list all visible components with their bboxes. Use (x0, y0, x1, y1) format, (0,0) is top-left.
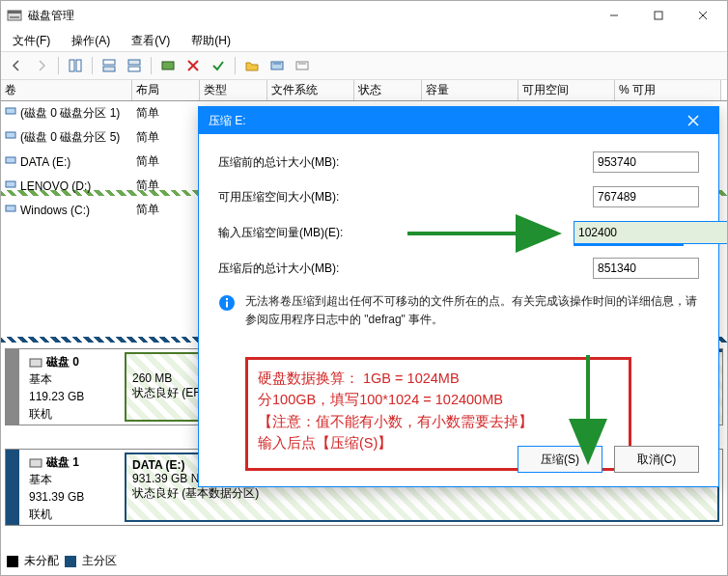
info-line1: 无法将卷压缩到超出任何不可移动的文件所在的点。有关完成该操作时间的详细信息，请 (245, 294, 697, 308)
callout-line2: 分100GB，填写100*1024 = 102400MB (258, 389, 619, 410)
disk-management-window: 磁盘管理 文件(F) 操作(A) 查看(V) 帮助(H) 卷 布局 类型 文件系… (0, 0, 728, 576)
dialog-overlay: 压缩 E: 压缩前的总计大小(MB): 可用压缩空间大小(MB): (1, 1, 727, 575)
dialog-titlebar: 压缩 E: (199, 107, 718, 134)
svg-point-31 (226, 298, 228, 300)
callout-line3: 【注意：值不能有小数，有小数需要去掉】 (258, 411, 619, 432)
shrink-amount-spinner[interactable]: ▲ ▼ (574, 221, 699, 244)
callout-line1: 硬盘数据换算： 1GB = 1024MB (258, 368, 619, 389)
field-shrink-amount[interactable] (574, 221, 728, 244)
dialog-close-button[interactable] (674, 107, 713, 134)
field-total-before (593, 151, 699, 173)
field-total-after (593, 258, 699, 279)
dialog-body: 压缩前的总计大小(MB): 可用压缩空间大小(MB): 输入压缩空间量(MB)(… (199, 134, 718, 486)
info-text: 无法将卷压缩到超出任何不可移动的文件所在的点。有关完成该操作时间的详细信息，请 … (218, 292, 699, 329)
info-line2: 参阅应用程序日志中的 "defrag" 事件。 (245, 313, 443, 326)
shrink-dialog: 压缩 E: 压缩前的总计大小(MB): 可用压缩空间大小(MB): (198, 106, 719, 487)
label-free-space: 可用压缩空间大小(MB): (218, 189, 469, 206)
svg-rect-30 (226, 302, 228, 308)
label-shrink-amount: 输入压缩空间量(MB)(E): (218, 225, 469, 241)
cancel-button[interactable]: 取消(C) (614, 446, 699, 473)
dialog-title: 压缩 E: (209, 113, 246, 129)
label-total-before: 压缩前的总计大小(MB): (218, 154, 469, 171)
info-icon (218, 294, 236, 312)
shrink-button[interactable]: 压缩(S) (518, 446, 602, 473)
label-total-after: 压缩后的总计大小(MB): (218, 261, 469, 277)
field-free-space (593, 186, 699, 207)
